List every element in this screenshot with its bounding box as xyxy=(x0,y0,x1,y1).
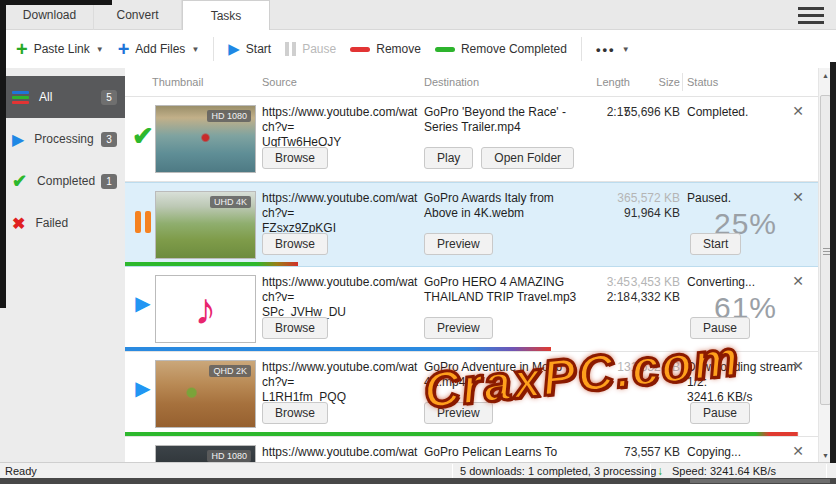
sidebar-item-label: Processing xyxy=(34,132,93,146)
background-window-edge-right xyxy=(830,62,836,463)
status-line: Copying... xyxy=(687,445,802,460)
background-window-edge-top xyxy=(0,0,112,5)
processing-play-icon: ▶ xyxy=(131,376,155,400)
pause-button[interactable]: Pause xyxy=(690,317,750,339)
close-icon[interactable]: ✕ xyxy=(792,358,804,374)
remove-completed-label: Remove Completed xyxy=(461,42,567,56)
add-plus-icon: + xyxy=(118,39,130,59)
preview-button[interactable]: Preview xyxy=(424,317,493,339)
toolbar-divider xyxy=(213,37,214,61)
quality-badge: HD 1080 xyxy=(207,450,251,462)
quality-badge: UHD 4K xyxy=(210,196,251,208)
destination-buttons: Preview xyxy=(424,233,493,255)
source-url: https://www.youtube.com/watch?v=UgfTw6He… xyxy=(262,105,418,150)
source-url: https://www.youtube.com/watch?v=SPc_JVHw… xyxy=(262,275,418,320)
status-text: Paused. xyxy=(687,191,802,206)
browse-button[interactable]: Browse xyxy=(262,147,328,169)
size-cell: 73,557 KB xyxy=(598,445,680,460)
sidebar-item-label: Failed xyxy=(35,216,68,230)
remove-button[interactable]: Remove xyxy=(350,42,421,56)
destination-buttons: Preview xyxy=(424,317,493,339)
sidebar-item-processing[interactable]: ▶Processing3 xyxy=(0,118,125,160)
pause-button[interactable]: Pause xyxy=(690,402,750,424)
more-button[interactable]: •••▼ xyxy=(596,42,630,57)
status-line: Converting... xyxy=(687,275,802,290)
paste-link-label: Paste Link xyxy=(34,42,90,56)
browse-button[interactable]: Browse xyxy=(262,402,328,424)
window-bottom-edge xyxy=(0,478,836,484)
destination-buttons: Preview xyxy=(424,402,493,424)
remove-label: Remove xyxy=(376,42,421,56)
play-button[interactable]: Play xyxy=(424,147,473,169)
close-icon[interactable]: ✕ xyxy=(792,103,804,119)
sidebar-item-completed[interactable]: ✔Completed1 xyxy=(0,160,125,202)
size-value: 365,572 KB xyxy=(598,191,680,206)
start-button[interactable]: Start xyxy=(690,233,741,255)
pause-icon xyxy=(285,42,296,56)
source-url: https://www.youtube.com/watch?v=L1RH1fm_… xyxy=(262,360,418,405)
sidebar-item-label: Completed xyxy=(37,174,95,188)
quality-badge: QHD 2K xyxy=(209,365,251,377)
size-cell: 365,572 KB91,964 KB xyxy=(598,191,680,221)
start-button[interactable]: ▶Start xyxy=(228,40,271,58)
chevron-down-icon: ▼ xyxy=(191,45,199,54)
close-icon[interactable]: ✕ xyxy=(792,273,804,289)
browse-button[interactable]: Browse xyxy=(262,233,328,255)
status-text: Copying... xyxy=(687,445,802,460)
pause-label: Pause xyxy=(302,42,336,56)
chevron-down-icon: ▼ xyxy=(622,45,630,54)
open-folder-button[interactable]: Open Folder xyxy=(481,147,574,169)
status-bar: Ready 5 downloads: 1 completed, 3 proces… xyxy=(0,462,836,478)
source-url-line1: https://www.youtube.com/watch?v= xyxy=(262,445,418,462)
ready-status: Ready xyxy=(5,465,37,477)
sidebar-item-all[interactable]: All5 xyxy=(0,76,125,118)
add-files-button[interactable]: +Add Files▼ xyxy=(118,39,200,59)
status-text: Completed. xyxy=(687,105,802,120)
count-badge: 5 xyxy=(101,90,117,105)
video-thumbnail: HD 1080 xyxy=(155,445,256,462)
speed-status: Speed: 3241.64 KB/s xyxy=(672,465,776,477)
paste-link-button[interactable]: +Paste Link▼ xyxy=(16,39,104,59)
source-url-line1: https://www.youtube.com/watch?v= xyxy=(262,191,418,221)
col-header-status: Status xyxy=(687,76,718,88)
destination-filename: GoPro Pelican Learns To Fish.mp4 xyxy=(424,445,586,462)
chevron-down-icon: ▼ xyxy=(96,45,104,54)
table-row[interactable]: ✔HD 1080https://www.youtube.com/watch?v=… xyxy=(125,97,818,182)
count-badge: 1 xyxy=(101,174,117,189)
downloads-summary: 5 downloads: 1 completed, 3 processing xyxy=(460,465,656,477)
source-url-line1: https://www.youtube.com/watch?v= xyxy=(262,360,418,390)
menu-icon[interactable] xyxy=(798,7,824,24)
size-value: 55,696 KB xyxy=(598,105,680,120)
remove-completed-button[interactable]: Remove Completed xyxy=(435,42,567,56)
download-speed-icon: ↓ xyxy=(657,464,663,478)
preview-button[interactable]: Preview xyxy=(424,233,493,255)
completed-check-icon: ✔ xyxy=(12,170,27,192)
preview-button[interactable]: Preview xyxy=(424,402,493,424)
close-icon[interactable]: ✕ xyxy=(792,189,804,205)
table-row[interactable]: ▶QHD 2Khttps://www.youtube.com/watch?v=L… xyxy=(125,352,818,437)
toolbar-divider xyxy=(581,37,582,61)
close-icon[interactable]: ✕ xyxy=(792,443,804,459)
progress-bar xyxy=(125,347,551,351)
video-thumbnail: HD 1080 xyxy=(155,105,256,173)
scrollbar-grip xyxy=(823,248,830,255)
count-badge: 3 xyxy=(101,132,117,147)
browse-button[interactable]: Browse xyxy=(262,317,328,339)
size-value: 3,453 KB xyxy=(598,275,680,290)
sidebar-item-failed[interactable]: ✖Failed xyxy=(0,202,125,244)
size-value: 73,557 KB xyxy=(598,445,680,460)
paused-icon xyxy=(131,207,155,233)
table-header: Thumbnail Source Destination Length Size… xyxy=(125,68,818,97)
table-row[interactable]: ▶♪https://www.youtube.com/watch?v=SPc_JV… xyxy=(125,267,818,352)
status-line: Completed. xyxy=(687,105,802,120)
table-row[interactable]: UHD 4Khttps://www.youtube.com/watch?v=FZ… xyxy=(125,182,818,267)
processing-play-icon: ▶ xyxy=(131,291,155,315)
music-note-icon: ♪ xyxy=(195,287,217,331)
status-text: Downloading stream 1/2:3241.6 KB/s xyxy=(687,360,802,405)
table-row[interactable]: HD 1080https://www.youtube.com/watch?v=n… xyxy=(125,437,818,462)
source-url: https://www.youtube.com/watch?v=FZsxz9Zp… xyxy=(262,191,418,236)
pause-button: Pause xyxy=(285,42,336,56)
tab-tasks[interactable]: Tasks xyxy=(182,0,270,30)
destination-filename: GoPro Adventure in Moab 4K.mp4 xyxy=(424,360,586,390)
background-window-edge-left xyxy=(0,0,6,308)
